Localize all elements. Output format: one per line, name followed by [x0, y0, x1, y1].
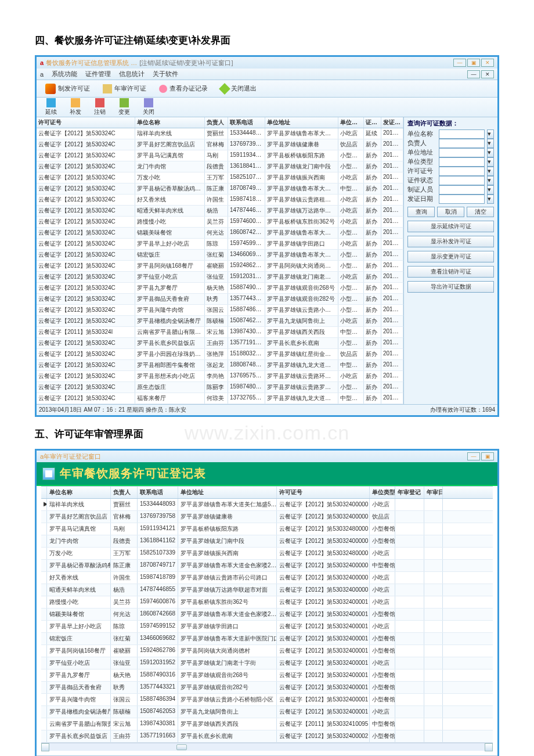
menu-license[interactable]: 证件管理: [85, 70, 111, 78]
table-row[interactable]: 锦颖美味餐馆何光达18608742668罗平县罗雄镇鲁布革大道金色家喽2…云餐证…: [41, 609, 493, 621]
table-row[interactable]: 云餐证字【2012】第530324C昭通天鲜羊肉米线杨浩14787446858罗…: [37, 206, 403, 217]
table-row[interactable]: 云餐证字【2012】第530324C罗平县马记满真馆马刚15911934121罗…: [37, 150, 403, 161]
table-row[interactable]: 昭通天鲜羊肉米线杨浩14787446855罗平县罗雄镇万达路华联超市对面云餐证字…: [41, 584, 493, 596]
table-row[interactable]: 云餐证字【2012】第530324C罗平县好艺阁宫饮品店官林梅137697397…: [37, 139, 403, 150]
reissue-button[interactable]: 补发: [64, 98, 86, 116]
filter-input[interactable]: [439, 167, 485, 176]
col-phone[interactable]: 联系电话: [228, 117, 265, 128]
table-row[interactable]: 云南省罗平县腊山有限责任公司多依河宋云旭13987430381罗平县罗雄镇西关西…: [41, 718, 493, 730]
table-row[interactable]: 龙门牛肉馆段德贵13618841162罗平县罗雄镇龙门南中段云餐证字【2012】…: [41, 535, 493, 548]
filter-input[interactable]: [439, 157, 485, 167]
menu-stats[interactable]: 信息统计: [119, 70, 145, 78]
col2-license-no[interactable]: 许可证号: [277, 487, 370, 498]
cancel-button[interactable]: 注销: [89, 98, 111, 116]
table-row[interactable]: 云餐证字【2012】第530324C罗平县御品天香食府耿秀13577443321…: [37, 294, 403, 305]
close-exit-button[interactable]: 关闭退出: [215, 82, 262, 95]
table-row[interactable]: 云餐证字【2012】第530324C罗平县九罗餐厅杨天艳15887490318罗…: [37, 283, 403, 294]
table-row[interactable]: 云餐证字【2012】第530324C龙门牛肉馆段德贵13618841162罗平县…: [37, 161, 403, 172]
filter-input[interactable]: [439, 129, 485, 139]
scroll-thumb[interactable]: [176, 744, 187, 750]
table-row[interactable]: ▶瑞祥羊肉米线贾丽丝15334448093罗平县罗雄镇鲁布革大道美仁旭盛5…云餐…: [41, 499, 493, 511]
table-row[interactable]: 云餐证字【2012】第530324C路慢慢小吃吴兰芬15974600876罗平县…: [37, 217, 403, 228]
scroll-right-arrow[interactable]: [485, 743, 493, 751]
filter-input[interactable]: [439, 148, 485, 157]
view-records-button[interactable]: 查看办证记录: [154, 82, 213, 95]
table-row[interactable]: 云餐证字【2012】第530324C罗平县杨记香草酸汤鸡餐厅陈正康1870874…: [37, 183, 403, 195]
table-row[interactable]: 罗平县御品天香食府耿秀13577443321罗平县罗雄镇观音街282号云餐证字【…: [41, 682, 493, 694]
close-button[interactable]: ✕: [481, 59, 494, 67]
table-row[interactable]: 云餐证字【2012】第530324C原生态饭庄陈丽李15987480065罗平县…: [37, 382, 403, 393]
issue-license-button[interactable]: 制发许可证: [40, 82, 95, 96]
table-row[interactable]: 云餐证字【2012】第530324C罗平仙亚小吃店张仙亚15912031952罗…: [37, 272, 403, 283]
table-row[interactable]: 罗平县马记满真馆马刚15911934121罗平县板桥镇板阳东路云餐证字【2012…: [41, 523, 493, 535]
table-row[interactable]: 好又香米线许国生15987418789罗平县罗雄镇云贵路市药公司路口云餐证字【2…: [41, 572, 493, 584]
table-row[interactable]: 云餐证字【2012】第530324C锦颖美味餐馆何光达18608742668罗平…: [37, 228, 403, 239]
dropdown-arrow[interactable]: ▾: [487, 176, 494, 185]
scroll-left-arrow[interactable]: [41, 743, 49, 751]
maximize-button[interactable]: ▣: [467, 59, 480, 67]
child-close-button[interactable]: ✕: [481, 70, 494, 78]
table-row[interactable]: 云餐证字【2012】第530324C罗平县早上好小吃店陈琼15974599152…: [37, 239, 403, 250]
filter-input[interactable]: [439, 176, 485, 185]
table-row[interactable]: 云餐证字【2012】第530324C罗平县小田园在珍珠奶茶店张艳萍1518803…: [37, 349, 403, 360]
dropdown-arrow[interactable]: ▾: [487, 167, 494, 176]
dropdown-arrow[interactable]: ▾: [487, 195, 494, 204]
clear-button[interactable]: 清空: [467, 207, 494, 217]
dropdown-arrow[interactable]: ▾: [487, 139, 494, 148]
renew-button[interactable]: 延续: [40, 98, 62, 116]
col-address[interactable]: 单位地址: [265, 117, 338, 128]
dropdown-arrow[interactable]: ▾: [487, 129, 494, 139]
dropdown-arrow[interactable]: ▾: [487, 157, 494, 167]
change-button[interactable]: 变更: [113, 98, 135, 116]
table-row[interactable]: 云餐证字【2012】第530324C万发小吃王万军15825107339罗平县罗…: [37, 172, 403, 183]
export-data-button[interactable]: 导出许可证数据: [407, 281, 494, 293]
table-row[interactable]: 罗平县阿岗镇168餐厅崔晓丽15924862786罗平县阿岗镇大岗通岗德村云餐证…: [41, 645, 493, 657]
filter-input[interactable]: [439, 195, 485, 204]
view-cancel-button[interactable]: 查看注销许可证: [407, 266, 494, 278]
table-row[interactable]: 云餐证字【2012】第530324C罗平县橄榄肉全锅汤餐厅陈硕楠15087462…: [37, 316, 403, 327]
show-renewal-button[interactable]: 显示延续许可证: [407, 221, 494, 232]
col-unit-type[interactable]: 单位类型: [338, 117, 364, 128]
col-license-no[interactable]: 许可证号: [37, 117, 135, 128]
table-row[interactable]: 万发小吃王万军15825107339罗平县罗雄镇振兴西南云餐证字【2012】第5…: [41, 548, 493, 560]
table-row[interactable]: 罗平县长底乡民益饭店王由芬13577191663罗平县长底乡长底南云餐证字【20…: [41, 730, 493, 743]
table-row[interactable]: 云餐证字【2012】第530324C罗平县阿岗镇168餐厅崔晓丽15924862…: [37, 261, 403, 272]
table-row[interactable]: 罗平县兴隆牛肉馆张国云15887486394罗平县罗雄镇云贵路小石桥朝阳小区云餐…: [41, 694, 493, 706]
col-status[interactable]: 证件状态: [364, 117, 381, 128]
table-row[interactable]: 云餐证字【2012】第530324C福客来餐厅何琼美13732765018罗平县…: [37, 393, 403, 404]
col-date[interactable]: 发证日期: [381, 117, 403, 128]
dropdown-arrow[interactable]: ▾: [487, 148, 494, 157]
col2-address[interactable]: 单位地址: [178, 487, 277, 498]
table-row[interactable]: 云餐证字【2011】第530324I云南省罗平县腊山有限责任公司宋云旭13987…: [37, 327, 403, 338]
table-row[interactable]: 罗平县杨记香草酸汤鸡餐厅陈正康18708749717罗平县罗雄镇鲁布革大道金色家…: [41, 560, 493, 572]
table-row[interactable]: 罗平县好艺阁宫饮品店官林梅13769739758罗平县罗雄镇健康巷云餐证字【20…: [41, 511, 493, 523]
col2-person[interactable]: 负责人: [111, 487, 138, 498]
col2-phone[interactable]: 联系电话: [138, 487, 178, 498]
annual-review-button[interactable]: 年审许可证: [98, 82, 151, 95]
menu-system[interactable]: 系统功能: [52, 70, 77, 78]
col-unit-name[interactable]: 单位名称: [135, 117, 205, 128]
dropdown-arrow[interactable]: ▾: [487, 185, 494, 195]
query-button[interactable]: 查询: [407, 207, 435, 217]
table-row[interactable]: 罗平县九罗餐厅杨天艳15887490316罗平县罗雄镇观音街268号云餐证字【2…: [41, 669, 493, 682]
maximize-button-2[interactable]: ▣: [481, 452, 494, 460]
col2-unit-name[interactable]: 单位名称: [47, 487, 111, 498]
table-row[interactable]: 罗平仙亚小吃店张仙亚15912031952罗平县罗雄镇龙门南老十字街云餐证字【2…: [41, 657, 493, 669]
table-row[interactable]: 路慢慢小吃吴兰芬15974600876罗平县板桥镇东胜街362号云餐证字【201…: [41, 596, 493, 609]
col2-unit-type[interactable]: 单位类型: [370, 487, 395, 498]
table-row[interactable]: 云餐证字【2012】第530324C好又香米线许国生15987418789罗平县…: [37, 195, 403, 206]
table-row[interactable]: 云餐证字【2012】第530324C瑞祥羊肉米线贾丽丝15334448093罗平…: [37, 128, 403, 139]
minimize-button-2[interactable]: —: [467, 452, 480, 460]
table-row[interactable]: 锦宏饭庄张红菊13466069682罗平县罗雄镇鲁布革大道新中医院门口云餐证字【…: [41, 633, 493, 645]
menu-about[interactable]: 关于软件: [153, 70, 178, 78]
filter-input[interactable]: [439, 139, 485, 148]
horizontal-scrollbar[interactable]: [41, 743, 493, 751]
table-row[interactable]: 云餐证字【2012】第530324C锦宏饭庄张红菊13466069682罗平县罗…: [37, 250, 403, 261]
table-row[interactable]: 云餐证字【2012】第530324C罗平县相郎图牛集餐馆张起龙188087481…: [37, 360, 403, 371]
show-reissue-button[interactable]: 显示补发许可证: [407, 236, 494, 247]
cancel-query-button[interactable]: 取消: [437, 207, 464, 217]
table-row[interactable]: 云餐证字【2012】第530324C罗平县长底乡民益饭店王由芬135771916…: [37, 338, 403, 349]
col2-register[interactable]: 年审登记: [395, 487, 424, 498]
col2-register-date[interactable]: 年审日: [424, 487, 443, 498]
filter-input[interactable]: [439, 185, 485, 195]
